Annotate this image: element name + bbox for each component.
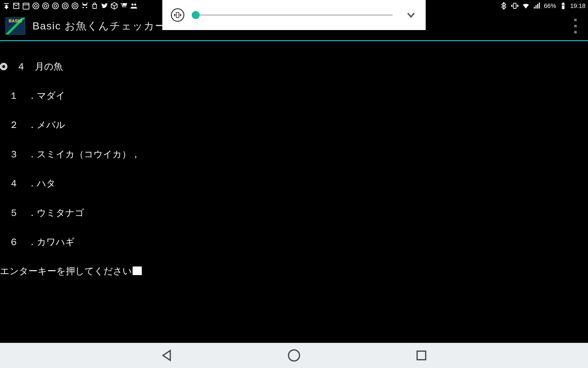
bluetooth-icon: [500, 2, 508, 10]
twitter-icon: [100, 2, 108, 10]
list-item: ２ ．メバル: [0, 120, 588, 130]
volume-slider[interactable]: [192, 14, 393, 16]
volume-thumb[interactable]: [192, 11, 200, 19]
chrome-icon: [32, 2, 40, 10]
svg-point-1: [33, 3, 39, 9]
svg-rect-15: [562, 6, 564, 9]
group-icon: [130, 2, 138, 10]
svg-point-17: [288, 350, 300, 361]
app-icon-label: BASIC: [9, 18, 22, 23]
list-item: ５ ．ウミタナゴ: [0, 208, 588, 218]
cube-icon: [110, 2, 118, 10]
home-button[interactable]: [285, 347, 303, 364]
app-icon: BASIC: [6, 17, 25, 35]
calendar-icon: [22, 2, 30, 10]
status-left-tray: [2, 2, 138, 10]
overflow-menu-button[interactable]: [571, 19, 580, 33]
cursor-icon: [133, 266, 142, 275]
svg-point-12: [134, 3, 136, 6]
wifi-icon: [522, 2, 530, 10]
svg-point-6: [54, 5, 57, 7]
list-item: ３ ．スミイカ（コウイカ），: [0, 149, 588, 159]
target-icon: [0, 63, 7, 70]
svg-rect-16: [176, 12, 179, 17]
clock-text: 19:18: [570, 2, 586, 10]
bag-icon: [91, 2, 99, 10]
chrome-icon: [42, 2, 50, 10]
chrome-icon: [61, 2, 69, 10]
battery-text: 66%: [544, 2, 556, 10]
svg-point-9: [72, 3, 78, 9]
svg-point-4: [44, 5, 47, 7]
shopping-icon: [81, 2, 89, 10]
status-right-tray: 66% 19:18: [500, 2, 586, 10]
vibrate-icon: [511, 2, 519, 10]
navigation-bar: [0, 343, 588, 368]
battery-icon: [559, 2, 567, 10]
svg-point-10: [74, 5, 77, 7]
signal-icon: [533, 2, 541, 10]
vibrate-mode-icon[interactable]: [171, 8, 184, 22]
volume-panel: [162, 0, 426, 30]
expand-volume-button[interactable]: [405, 9, 417, 21]
download-icon: [2, 2, 10, 10]
list-item: ４ ．ハタ: [0, 178, 588, 188]
svg-point-2: [35, 5, 37, 7]
terminal-header: ４ 月の魚: [0, 62, 588, 71]
svg-point-11: [131, 3, 134, 6]
recent-apps-button[interactable]: [413, 347, 430, 364]
back-button[interactable]: [158, 347, 175, 364]
gmail-icon: [12, 2, 20, 10]
terminal-output: ４ 月の魚 １ ．マダイ ２ ．メバル ３ ．スミイカ（コウイカ）， ４ ．ハタ…: [0, 42, 588, 286]
svg-point-5: [52, 3, 58, 9]
list-item: １ ．マダイ: [0, 91, 588, 101]
svg-point-8: [64, 5, 67, 7]
svg-rect-18: [417, 351, 426, 360]
svg-point-3: [43, 3, 49, 9]
svg-rect-13: [514, 3, 516, 8]
svg-rect-0: [23, 3, 29, 9]
terminal-prompt: エンターキーを押してください: [0, 266, 588, 276]
list-item: ６ ．カワハギ: [0, 237, 588, 247]
chrome-icon: [71, 2, 79, 10]
svg-point-7: [62, 3, 68, 9]
chrome-icon: [51, 2, 59, 10]
cart-icon: [120, 2, 128, 10]
